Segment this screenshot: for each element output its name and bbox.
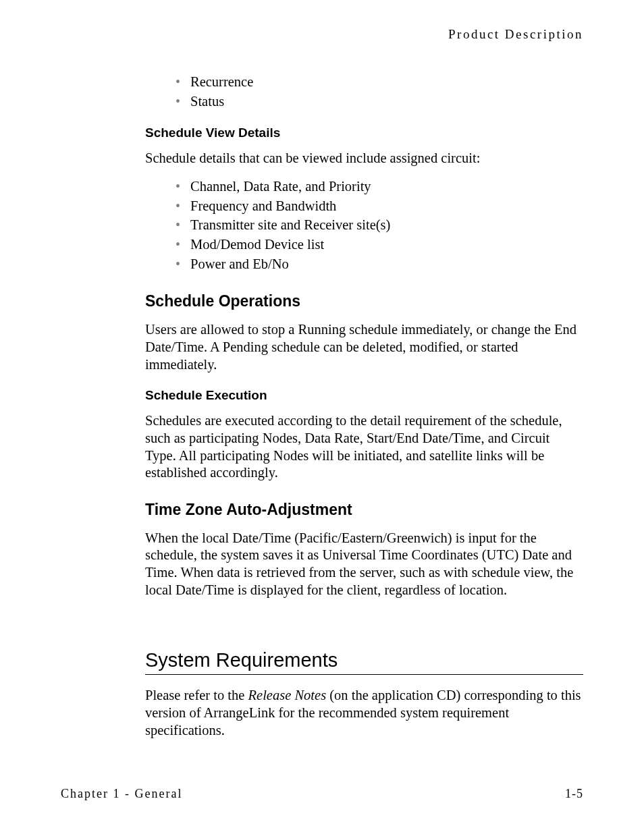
paragraph: When the local Date/Time (Pacific/Easter… (145, 530, 583, 599)
list-item: Transmitter site and Receiver site(s) (176, 215, 583, 235)
list-item: Recurrence (176, 72, 583, 92)
text-prefix: Please refer to the (145, 688, 248, 702)
header-section-label: Product Description (61, 27, 583, 42)
list-item: Mod/Demod Device list (176, 235, 583, 254)
list-item: Status (176, 92, 583, 111)
heading-system-requirements: System Requirements (145, 649, 583, 675)
top-bullet-list: Recurrence Status (176, 72, 583, 111)
heading-schedule-execution: Schedule Execution (145, 388, 583, 403)
page-footer: Chapter 1 - General 1-5 (61, 787, 583, 801)
list-item: Frequency and Bandwidth (176, 196, 583, 216)
schedule-view-details-list: Channel, Data Rate, and Priority Frequen… (176, 177, 583, 273)
paragraph: Users are allowed to stop a Running sche… (145, 321, 583, 373)
heading-schedule-view-details: Schedule View Details (145, 126, 583, 140)
heading-schedule-operations: Schedule Operations (145, 292, 583, 310)
paragraph: Schedule details that can be viewed incl… (145, 150, 583, 167)
release-notes-italic: Release Notes (248, 688, 327, 702)
paragraph: Please refer to the Release Notes (on th… (145, 687, 583, 739)
list-item: Power and Eb/No (176, 254, 583, 274)
main-content: Recurrence Status Schedule View Details … (145, 72, 583, 739)
list-item: Channel, Data Rate, and Priority (176, 177, 583, 196)
footer-left-suffix: - General (120, 787, 182, 800)
heading-time-zone-auto-adjustment: Time Zone Auto-Adjustment (145, 501, 583, 519)
footer-chapter-label: Chapter 1 - General (61, 787, 182, 801)
footer-left-prefix: Chapter (61, 787, 113, 800)
footer-left-number: 1 (113, 787, 120, 800)
paragraph: Schedules are executed according to the … (145, 412, 583, 482)
footer-page-number: 1-5 (565, 787, 583, 801)
